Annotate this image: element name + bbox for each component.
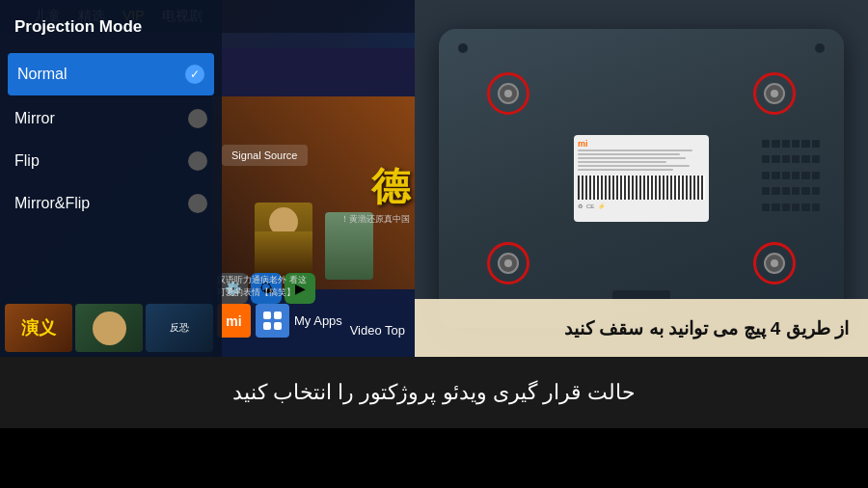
performer-row: 演义 反恐	[0, 304, 222, 352]
radio-mirrorflip	[188, 194, 207, 213]
dot-1	[263, 312, 271, 319]
projection-item-normal[interactable]: Normal ✓	[8, 53, 214, 95]
screw-dot-tl	[504, 90, 512, 97]
dot-4	[274, 322, 282, 330]
screw-bottom-left	[487, 242, 529, 285]
my-apps-section: mi My Apps	[217, 304, 342, 338]
screw-inner-tr	[764, 83, 785, 104]
screw-top-left	[487, 72, 529, 115]
projection-item-flip[interactable]: Flip	[0, 140, 222, 182]
screw-inner-bl	[498, 253, 519, 274]
screw-top-right	[753, 72, 796, 115]
radio-flip	[188, 151, 207, 171]
apps-icon	[256, 304, 289, 338]
tv-content-area: 德 黄渤还原真中国！ Signal Source ⚙️ 🌤 ▶ 汉语	[212, 48, 415, 357]
left-panel: 儿童 精选 VIP 电视剧	[0, 0, 415, 357]
screw-inner-tl	[498, 83, 519, 104]
mi-icon: mi	[217, 304, 251, 338]
sticker-barcode	[578, 176, 705, 200]
my-apps-label: My Apps	[294, 313, 342, 328]
projection-item-mirror[interactable]: Mirror	[0, 97, 222, 140]
caption-right-text: از طریق 4 پیچ می توانید به سقف کنید	[564, 317, 849, 339]
projection-label-normal: Normal	[17, 66, 68, 83]
sticker-icons: ♻CE⚡	[578, 203, 705, 209]
projection-label-flip: Flip	[14, 152, 40, 170]
floating-caption: از طریق 4 پیچ می توانید به سقف کنید	[415, 299, 868, 357]
bottom-bar: حالت قرار گیری ویدئو پروژکتور را انتخاب …	[0, 357, 868, 428]
tv-banner: 德 黄渤还原真中国！	[212, 96, 415, 289]
top-section: 儿童 精选 VIP 电视剧	[0, 0, 868, 357]
banner-kanji: 德	[371, 160, 410, 213]
anti-terror-label: 反恐	[146, 304, 213, 352]
device-sticker: mi ♻CE⚡	[574, 135, 709, 222]
sticker-logo: mi	[578, 139, 705, 149]
check-icon-normal: ✓	[185, 65, 204, 84]
right-panel: mi ♻CE⚡	[415, 0, 868, 357]
speaker-dot-tl	[458, 43, 468, 53]
video-top-label: Video Top	[350, 323, 405, 338]
projection-label-mirror: Mirror	[14, 110, 55, 127]
main-container: 儿童 精选 VIP 电视剧	[0, 0, 868, 488]
projection-title: Projection Mode	[0, 10, 222, 51]
bottom-caption-text: حالت قرار گیری ویدئو پروژکتور را انتخاب …	[232, 380, 636, 405]
projection-label-mirrorflip: Mirror&Flip	[14, 195, 90, 212]
screw-inner-br	[764, 253, 785, 274]
banner-subtitle: 黄渤还原真中国！	[340, 213, 410, 226]
speaker-dot-tr	[815, 43, 825, 53]
signal-source-button[interactable]: Signal Source	[222, 145, 308, 166]
screw-dot-br	[771, 259, 778, 267]
screw-dot-bl	[504, 259, 512, 267]
tv-figure-main	[255, 203, 312, 280]
sticker-lines	[578, 149, 705, 171]
device-body: mi ♻CE⚡	[439, 29, 844, 328]
projection-item-mirrorflip[interactable]: Mirror&Flip	[0, 182, 222, 225]
projection-overlay: Projection Mode Normal ✓ Mirror Flip	[0, 0, 222, 357]
dot-3	[263, 322, 271, 330]
vent-grid	[762, 140, 820, 217]
radio-mirror	[188, 109, 207, 128]
chinese-text-row: 汉语听力通病老外 看这 可爱的表情【搞笑】	[217, 274, 410, 299]
dot-2	[274, 312, 282, 319]
performer-1: 演义	[5, 304, 72, 352]
screw-bottom-right	[753, 242, 796, 285]
screw-dot-tr	[771, 90, 778, 97]
performer-2	[75, 304, 143, 352]
